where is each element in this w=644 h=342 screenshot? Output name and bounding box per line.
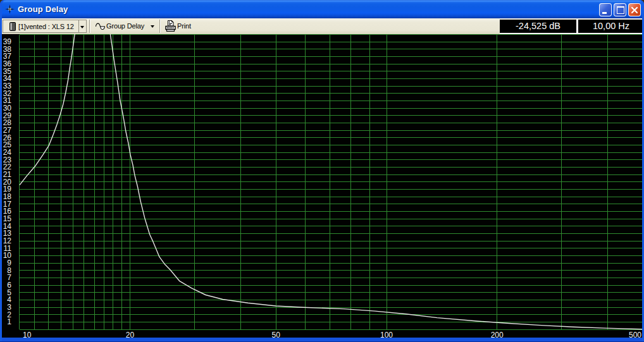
svg-text:100: 100 xyxy=(380,331,393,339)
svg-text:200: 200 xyxy=(491,331,504,339)
svg-text:500: 500 xyxy=(629,331,641,339)
svg-text:50: 50 xyxy=(272,331,281,339)
svg-text:10: 10 xyxy=(23,331,32,339)
svg-text:20: 20 xyxy=(126,331,135,339)
svg-text:39: 39 xyxy=(3,37,12,46)
